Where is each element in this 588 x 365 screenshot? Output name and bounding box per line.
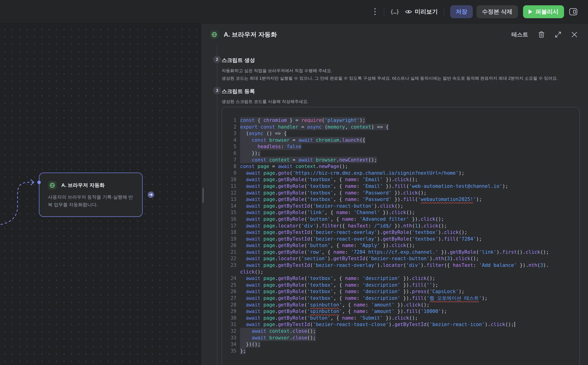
node-title: A. 브라우저 자동화 — [61, 182, 105, 189]
node-description: 사용자의 브라우저 동작을 기록·실행해 반복 업무를 자동화합니다. — [48, 193, 133, 209]
step-3-title: 스크립트 등록 — [222, 88, 255, 95]
panel-title: A. 브라우저 자동화 — [224, 30, 277, 39]
save-button[interactable]: 저장 — [450, 5, 473, 18]
close-icon — [571, 32, 577, 38]
step-2-description-line2: 생성된 코드는 최대 1분까지만 실행될 수 있으니, 그 안에 완료될 수 있… — [222, 75, 558, 81]
expand-icon — [555, 31, 561, 38]
node-card-browser-automation[interactable]: A. 브라우저 자동화 사용자의 브라우저 동작을 기록·실행해 반복 업무를 … — [39, 173, 143, 217]
toolbar-divider — [384, 8, 384, 16]
globe-icon — [48, 181, 57, 190]
step-3-description: 생성된 스크립트 코드를 사용해 작성해주세요. — [222, 99, 308, 104]
panel-header: A. 브라우저 자동화 테스트 — [201, 23, 588, 46]
delete-node-button[interactable] — [538, 31, 545, 38]
node-detail-panel: A. 브라우저 자동화 테스트 — [201, 23, 588, 365]
preview-button[interactable]: 미리보기 — [405, 8, 438, 15]
close-panel-button[interactable] — [571, 32, 577, 38]
step-2-description-line1: 자동화하고 싶은 작업을 브라우저에서 직접 수행해 주세요. — [222, 68, 332, 73]
top-toolbar: {…} 미리보기 저장 수정본 삭제 퍼블리시 — [0, 0, 588, 23]
step-2-title: 스크립트 생성 — [222, 57, 255, 64]
test-button[interactable]: 테스트 — [511, 31, 528, 38]
delete-revision-button[interactable]: 수정본 삭제 — [476, 5, 518, 18]
play-icon — [529, 9, 532, 14]
publish-label: 퍼블리시 — [535, 8, 559, 15]
arrow-right-icon — [149, 193, 153, 197]
expand-panel-button[interactable] — [555, 31, 561, 38]
node-input-port[interactable] — [37, 181, 41, 184]
publish-button[interactable]: 퍼블리시 — [523, 5, 564, 18]
preview-label: 미리보기 — [415, 8, 438, 15]
trash-icon — [538, 31, 545, 38]
code-lines: 1const { chromium } = require('playwrigh… — [222, 117, 579, 354]
step-2-badge: 2 — [213, 56, 221, 63]
panel-layout-toggle-button[interactable] — [569, 8, 577, 15]
toolbar-divider — [444, 8, 444, 16]
script-code-editor[interactable]: 1const { chromium } = require('playwrigh… — [222, 107, 580, 365]
eye-icon — [405, 9, 412, 14]
code-braces-button[interactable]: {…} — [390, 9, 399, 15]
flow-canvas[interactable]: A. 브라우저 자동화 사용자의 브라우저 동작을 기록·실행해 반복 업무를 … — [0, 23, 201, 365]
panel-scrollbar-thumb[interactable] — [203, 188, 204, 203]
add-next-node-button[interactable] — [148, 191, 154, 198]
more-options-button[interactable] — [372, 7, 378, 16]
step-3-badge: 3 — [213, 87, 221, 94]
globe-icon — [210, 30, 219, 39]
